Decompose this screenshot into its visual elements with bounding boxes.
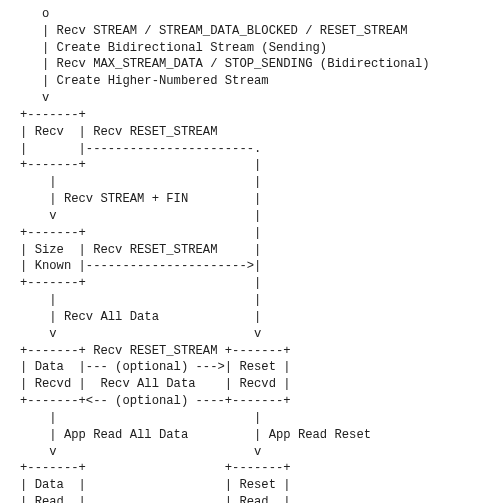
state-diagram: o | Recv STREAM / STREAM_DATA_BLOCKED / … [0, 0, 503, 503]
